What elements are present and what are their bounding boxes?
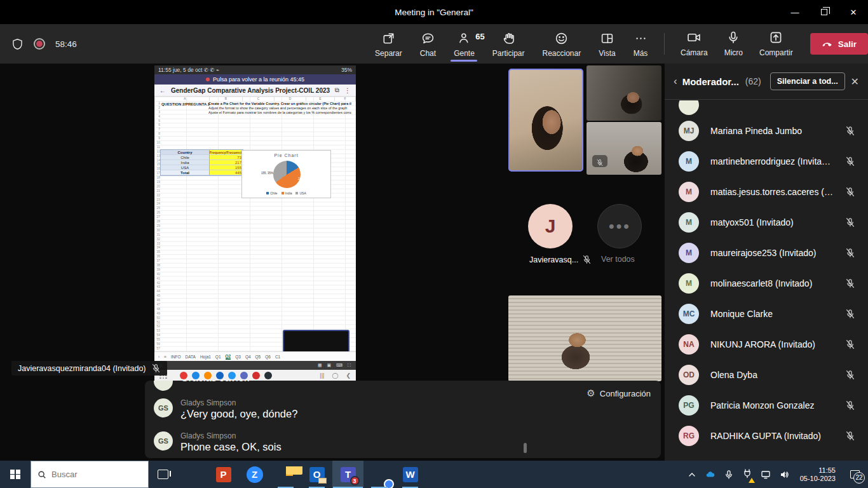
ellipsis-icon [634,32,648,48]
sheet-menu-icon[interactable]: ≡ [164,355,166,359]
restore-button[interactable] [810,0,839,24]
participant-row[interactable]: PGPatricia Monzon Gonzalez [665,390,868,421]
participant-row-partial[interactable] [665,100,868,116]
captions-settings-button[interactable]: ⚙ Configuración [587,388,651,399]
participant-row[interactable]: Mmolinaescarlet8 (Invitado) [665,268,868,299]
phone-app-icon[interactable] [264,372,272,379]
tray-mic-icon[interactable] [724,470,734,480]
device-button-cámara[interactable]: Cámara [672,28,716,60]
leave-button[interactable]: Salir [810,33,868,55]
avatar: OD [679,365,699,385]
search-input[interactable] [51,470,128,479]
participant-row[interactable]: MCMonique Clarke [665,299,868,329]
taskbar-app-powerpoint[interactable]: P [208,461,239,488]
phone-app-icon[interactable] [240,372,248,379]
taskbar-app-file-explorer[interactable] [270,461,301,488]
taskbar-app-chrome[interactable] [363,461,395,488]
toolbar-tab-vista[interactable]: Vista [590,28,624,60]
toolbar-tab-gente[interactable]: 65Gente [445,28,484,60]
participant-name: Olena Dyba [710,370,834,380]
mic-off-icon [845,400,855,410]
windows-taskbar: PZOT3W 11:55 05-10-2023 22 [0,461,868,488]
phone-app-icon[interactable] [228,372,236,379]
sheet-tab-c1[interactable]: C1 [275,355,280,359]
toolbar-tab-separar[interactable]: Separar [366,28,411,60]
volume-icon[interactable] [779,470,789,480]
sheet-tab-q2[interactable]: Q2 [226,354,231,360]
participant-name: matias.jesus.torres.caceres (Invit... [710,187,834,197]
minimize-button[interactable]: — [780,0,810,24]
share-file-icon[interactable]: ⧉ [335,86,339,94]
kebab-menu-icon[interactable]: ⋮ [344,87,351,94]
taskbar-app-word[interactable]: W [395,461,426,488]
task-view-button[interactable] [149,461,177,488]
phone-app-icon[interactable] [192,372,200,379]
sheet-tab-q4[interactable]: Q4 [245,355,251,359]
phone-app-icon[interactable] [204,372,212,379]
participant-row[interactable]: Mmatias.jesus.torres.caceres (Invit... [665,177,868,207]
pie-chart-title: Pie Chart [242,153,330,158]
participant-row[interactable]: RGRADHIKA GUPTA (Invitado) [665,421,868,451]
device-button-compartir[interactable]: Compartir [751,28,801,60]
participant-row[interactable]: MJMariana Pineda Jumbo [665,116,868,146]
sheet-tab-data[interactable]: DATA [186,355,196,359]
back-chevron-icon[interactable]: ‹ [674,75,677,88]
onedrive-icon[interactable] [705,470,715,480]
spreadsheet[interactable]: ABCDEF 123456789101112131415161718192021… [154,97,356,351]
video-tile-active-speaker[interactable] [508,69,583,172]
toolbar-tab-más[interactable]: Más [625,28,657,60]
video-tile-participant[interactable] [587,65,661,121]
mic-off-icon [845,126,855,136]
close-button[interactable]: ✕ [839,0,868,24]
tray-chevron-up-icon[interactable] [687,470,697,480]
gear-icon: ⚙ [587,388,595,399]
toolbar-tab-participar[interactable]: Participar [484,28,534,60]
taskbar-app-outlook[interactable]: O [301,461,332,488]
participant-row[interactable]: ODOlena Dyba [665,360,868,390]
power-warning-icon[interactable] [742,468,752,481]
dock-app-icons [180,372,272,379]
close-panel-icon[interactable]: ✕ [851,76,859,88]
video-tile-participant[interactable] [508,295,661,381]
taskbar-app-zoom[interactable]: Z [239,461,270,488]
back-arrow-icon[interactable]: ← [159,87,166,94]
notification-center-button[interactable]: 22 [846,466,863,483]
avatar-tile-j[interactable]: J [528,204,573,248]
return-to-meeting-banner[interactable]: Pulsa para volver a la reunión 45:45 [154,74,356,85]
sheet-tab-q5[interactable]: Q5 [255,355,261,359]
sheet-tab-q1[interactable]: Q1 [215,355,221,359]
taskbar-search[interactable] [31,461,149,488]
share-icon [769,30,783,47]
taskbar-app-edge[interactable] [177,461,208,488]
sheet-tab-hoja1[interactable]: Hoja1 [200,355,211,359]
mute-all-button[interactable]: Silenciar a tod... [770,72,845,90]
network-icon[interactable] [761,470,771,480]
sheet-nav-icon[interactable]: › [158,355,159,359]
see-all-label[interactable]: Ver todos [601,255,635,264]
sheet-tab-q6[interactable]: Q6 [265,355,271,359]
phone-app-icon[interactable] [216,372,224,379]
taskbar-app-teams[interactable]: T3 [332,461,363,488]
sheet-tab-q3[interactable]: Q3 [235,355,241,359]
see-all-tile[interactable]: ●●● [597,204,642,248]
powerpoint-icon: P [216,467,231,482]
home-nav-icon[interactable]: ◯ [332,372,338,379]
participant-row[interactable]: Mmaureirajose253 (Invitado) [665,238,868,268]
sheet-tab-info[interactable]: INFO [171,355,181,359]
participant-row[interactable]: Mmartinebnerrodriguez (Invitado) [665,146,868,177]
taskbar-clock[interactable]: 11:55 05-10-2023 [797,466,838,483]
phone-app-icon[interactable] [252,372,260,379]
participant-row[interactable]: Mmatyox501 (Invitado) [665,207,868,238]
video-tile-participant[interactable] [587,122,661,175]
recents-nav-icon[interactable]: ||| [320,372,324,379]
toolbar-tab-reaccionar[interactable]: Reaccionar [534,28,590,60]
meeting-timer: 58:46 [55,39,77,49]
device-button-micro[interactable]: Micro [716,28,751,60]
participant-row[interactable]: NANIKUNJ ARORA (Invitado) [665,329,868,360]
toolbar-tab-chat[interactable]: Chat [411,28,445,60]
start-button[interactable] [0,461,31,488]
back-nav-icon[interactable]: ❮ [346,372,351,379]
phone-app-icon[interactable] [180,372,187,379]
captions-scrollbar[interactable] [524,443,527,453]
teams-icon: T3 [341,467,356,482]
